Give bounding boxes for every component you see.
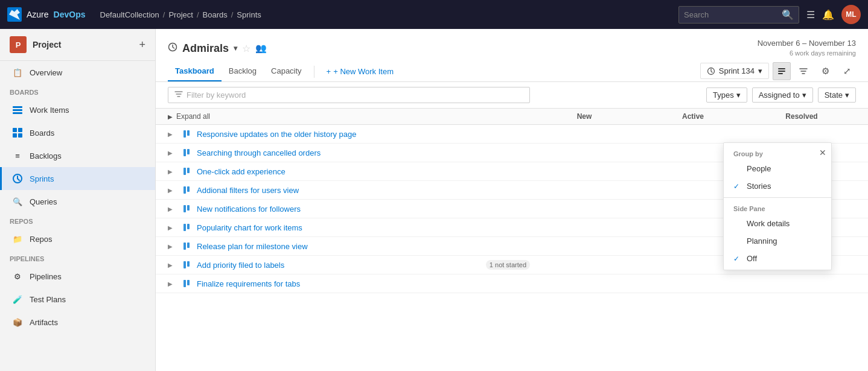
sprint-selector[interactable]: Sprint 134 ▾ [700, 63, 769, 79]
add-project-button[interactable]: + [139, 39, 145, 51]
breadcrumb-defaultcollection[interactable]: DefaultCollection [100, 10, 159, 19]
sprint-chevron-icon[interactable]: ▾ [234, 44, 237, 52]
groupby-work-details-label: Work details [747, 219, 790, 228]
svg-rect-12 [778, 73, 783, 74]
sidebar-item-queries[interactable]: 🔍 Queries [0, 190, 155, 213]
svg-rect-22 [187, 205, 190, 211]
state-filter[interactable]: State ▾ [818, 87, 856, 103]
row-expand-btn[interactable]: ▶ [168, 150, 182, 156]
work-item-title[interactable]: New notifications for followers [197, 205, 530, 214]
filter-box[interactable]: Filter by keyword [168, 87, 530, 103]
sidebar-item-overview[interactable]: 📋 Overview [0, 61, 155, 84]
svg-rect-11 [778, 71, 785, 72]
row-expand-btn[interactable]: ▶ [168, 243, 182, 250]
svg-rect-5 [13, 133, 17, 138]
tab-backlog[interactable]: Backlog [222, 62, 264, 81]
svg-rect-15 [183, 149, 186, 156]
groupby-item-stories[interactable]: ✓ Stories [724, 177, 831, 195]
tab-capacity[interactable]: Capacity [264, 62, 309, 81]
boards-icon [11, 127, 24, 139]
sidebar-item-backlogs[interactable]: ≡ Backlogs [0, 144, 155, 167]
filter-pills: Types ▾ Assigned to ▾ State ▾ [706, 87, 856, 103]
sidebar-item-work-items[interactable]: Work Items [0, 98, 155, 121]
sidebar-item-artifacts[interactable]: 📦 Artifacts [0, 311, 155, 334]
breadcrumb-sprints[interactable]: Sprints [237, 10, 261, 19]
work-item-title[interactable]: Finalize requirements for tabs [197, 279, 530, 288]
sidebar-item-sprints[interactable]: Sprints [0, 167, 155, 190]
work-item-title[interactable]: Searching through cancelled orders [197, 148, 530, 157]
search-input[interactable] [684, 10, 778, 19]
groupby-item-planning[interactable]: Planning [724, 232, 831, 250]
sprints-icon [11, 173, 24, 185]
work-item-title[interactable]: Responsive updates on the older history … [197, 130, 530, 139]
table-row: ▶ Responsive updates on the older histor… [156, 125, 868, 144]
settings-button[interactable]: ⚙ [816, 62, 834, 80]
queries-icon: 🔍 [11, 195, 24, 208]
groupby-item-work-details[interactable]: Work details [724, 215, 831, 232]
plus-icon: + [327, 67, 331, 76]
sprint-people-icon[interactable]: 👥 [255, 43, 267, 54]
work-item-icon [182, 241, 193, 252]
stories-check: ✓ [733, 182, 742, 191]
filter-button[interactable] [794, 62, 812, 80]
groupby-item-people[interactable]: People [724, 160, 831, 177]
list-icon[interactable]: ☰ [806, 9, 815, 21]
work-item-title[interactable]: One-click add experience [197, 167, 530, 176]
expand-all-chevron: ▶ [168, 113, 173, 120]
azure-label: Azure [27, 10, 49, 19]
sidebar-section-pipelines: Pipelines [0, 250, 155, 265]
sprint-date-range: November 6 – November 13 [758, 38, 856, 49]
row-expand-btn[interactable]: ▶ [168, 206, 182, 212]
sidebar-item-boards[interactable]: Boards [0, 121, 155, 144]
svg-rect-3 [13, 128, 17, 132]
svg-rect-21 [183, 205, 186, 212]
sidebar-item-test-plans[interactable]: 🧪 Test Plans [0, 288, 155, 311]
work-item-title[interactable]: Release plan for milestone view [197, 242, 530, 251]
work-item-title[interactable]: Addional filters for users view [197, 186, 530, 195]
sidebar-item-repos[interactable]: 📁 Repos [0, 227, 155, 250]
groupby-close-button[interactable]: ✕ [819, 148, 826, 157]
row-expand-btn[interactable]: ▶ [168, 131, 182, 138]
logo[interactable]: Azure DevOps [7, 7, 86, 22]
svg-rect-4 [18, 128, 22, 132]
tab-taskboard[interactable]: Taskboard [168, 62, 222, 81]
top-navigation: Azure DevOps DefaultCollection / Project… [0, 0, 868, 29]
svg-rect-2 [13, 112, 22, 114]
svg-rect-13 [183, 130, 186, 138]
search-box[interactable]: 🔍 [678, 6, 799, 24]
expand-icon[interactable]: ⤢ [838, 62, 856, 80]
new-work-item-button[interactable]: + + New Work Item [319, 62, 401, 81]
work-item-icon [182, 185, 193, 195]
row-expand-btn[interactable]: ▶ [168, 224, 182, 231]
row-expand-btn[interactable]: ▶ [168, 262, 182, 268]
breadcrumb-project[interactable]: Project [168, 10, 193, 19]
row-expand-btn[interactable]: ▶ [168, 281, 182, 287]
tab-divider [314, 66, 314, 78]
bell-icon[interactable]: 🔔 [822, 9, 834, 21]
sidebar-label-repos: Repos [30, 235, 53, 244]
row-expand-btn[interactable]: ▶ [168, 187, 182, 194]
sidebar-label-test-plans: Test Plans [30, 295, 66, 304]
svg-rect-18 [187, 168, 190, 173]
expand-all-row[interactable]: ▶ Expand all New Active Resolved [156, 109, 868, 125]
sprint-star-icon[interactable]: ☆ [242, 43, 251, 54]
work-item-title[interactable]: Add priority filed to labels [197, 261, 486, 270]
assigned-to-filter[interactable]: Assigned to ▾ [752, 87, 813, 103]
types-filter[interactable]: Types ▾ [706, 87, 747, 103]
groupby-item-off[interactable]: ✓ Off [724, 250, 831, 267]
work-item-icon [182, 222, 193, 233]
sidebar-label-sprints: Sprints [30, 174, 54, 183]
assigned-to-label: Assigned to [759, 90, 800, 100]
sidebar-label-boards: Boards [30, 128, 54, 138]
work-item-icon [182, 147, 193, 158]
breadcrumb-boards[interactable]: Boards [203, 10, 228, 19]
svg-rect-28 [187, 261, 190, 267]
groupby-button[interactable] [773, 62, 791, 80]
avatar[interactable]: ML [841, 5, 861, 24]
overview-icon: 📋 [11, 66, 24, 78]
row-expand-btn[interactable]: ▶ [168, 168, 182, 175]
sprint-icon [168, 42, 177, 54]
work-item-title[interactable]: Popularity chart for work items [197, 223, 530, 232]
sidebar-item-pipelines[interactable]: ⚙ Pipelines [0, 265, 155, 288]
col-resolved: Resolved [747, 112, 856, 121]
